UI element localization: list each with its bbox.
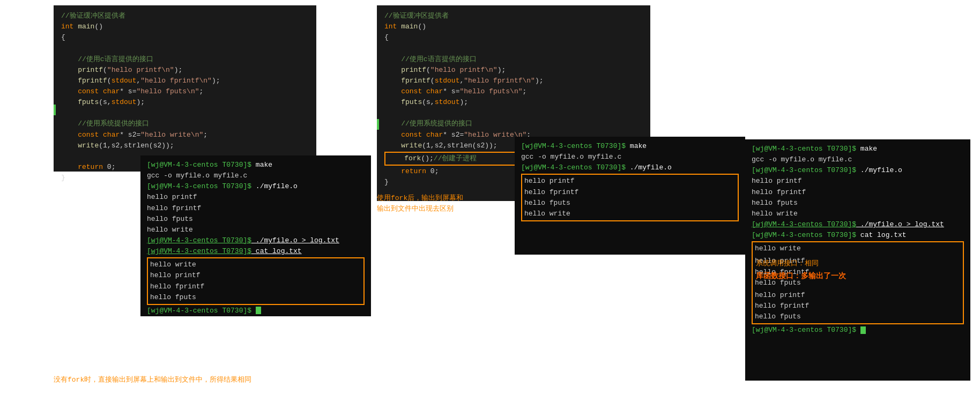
- right-annotation-line1: 系统调用接口：相同: [756, 259, 819, 267]
- right-annotation-line2: 库函数接口：多输出了一次: [756, 272, 846, 280]
- code-keyword: int: [61, 23, 73, 31]
- output-box-3a: hello write: [752, 241, 964, 255]
- middle-annotation: 使用fork后，输出到屏幕和 输出到文件中出现去区别: [377, 193, 495, 214]
- output-box-1: hello write hello printf hello fprintf h…: [147, 257, 365, 305]
- output-box-3c: hello printf hello fprintf hello fputs: [752, 289, 964, 324]
- right-annotation: 系统调用接口：相同 库函数接口：多输出了一次: [756, 257, 927, 284]
- terminal-panel-2: [wj@VM-4-3-centos T0730]$ make gcc -o my…: [515, 137, 745, 255]
- green-bar-1: [54, 105, 56, 115]
- code-panel-1: //验证缓冲区提供者 int main() { //使用c语言提供的接口 pri…: [54, 5, 316, 172]
- bottom-annotation-text: 没有fork时，直接输出到屏幕上和输出到文件中，所得结果相同: [54, 376, 251, 384]
- output-box-2: hello printf hello fprintf hello fputs h…: [521, 174, 739, 221]
- terminal-panel-1: [wj@VM-4-3-centos T0730]$ make gcc -o my…: [140, 155, 371, 316]
- code-func: main: [78, 23, 94, 31]
- bottom-annotation: 没有fork时，直接输出到屏幕上和输出到文件中，所得结果相同: [54, 375, 251, 384]
- green-bar-2: [377, 119, 379, 130]
- main-container: //验证缓冲区提供者 int main() { //使用c语言提供的接口 pri…: [0, 0, 980, 394]
- code-comment: //验证缓冲区提供者: [61, 12, 125, 20]
